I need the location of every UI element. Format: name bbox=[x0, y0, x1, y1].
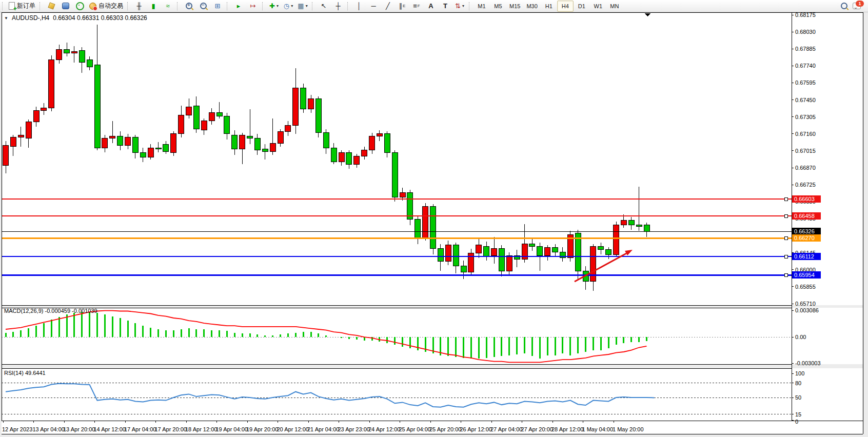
time-tick-label: 28 Apr 12:00 bbox=[551, 426, 583, 432]
price-tick-label: 0.65710 bbox=[795, 301, 816, 307]
time-tick-label: 13 Apr 20:00 bbox=[63, 426, 95, 432]
price-tick-label: 0.68030 bbox=[795, 29, 816, 35]
price-tick-label: 0.67015 bbox=[795, 148, 816, 154]
time-tick-label: 12 Apr 2023 bbox=[2, 426, 32, 432]
price-tick-label: 0.65855 bbox=[795, 284, 816, 290]
time-tick-label: 19 Apr 20:00 bbox=[246, 426, 278, 432]
price-tick-label: 0.67595 bbox=[795, 80, 816, 86]
time-tick-label: 25 Apr 04:00 bbox=[399, 426, 431, 432]
rsi-tick-label: 0 bbox=[795, 419, 798, 425]
line-price-label: 0.66112 bbox=[794, 253, 814, 260]
rsi-tick-label: 50 bbox=[795, 394, 801, 401]
line-handle[interactable] bbox=[784, 197, 787, 201]
time-tick-label: 27 Apr 04:00 bbox=[490, 426, 522, 432]
rsi-tick-label: 80 bbox=[795, 380, 801, 386]
price-tick-label: 0.67305 bbox=[795, 114, 816, 120]
macd-tick-label: 0.00 bbox=[795, 334, 806, 340]
price-tick-label: 0.67885 bbox=[795, 46, 816, 52]
price-tick-label: 0.67450 bbox=[795, 97, 816, 103]
line-handle[interactable] bbox=[784, 255, 787, 258]
macd-tick-label: 0.003086 bbox=[795, 307, 819, 313]
symbol-dropdown-icon[interactable]: ▼ bbox=[4, 16, 8, 21]
macd-tick-label: -0.003003 bbox=[795, 360, 821, 366]
price-tick-label: 0.66725 bbox=[795, 182, 816, 188]
bid-price-label: 0.66326 bbox=[794, 228, 815, 234]
line-price-label: 0.65954 bbox=[794, 272, 815, 278]
line-handle[interactable] bbox=[784, 236, 787, 240]
line-handle[interactable] bbox=[784, 214, 787, 217]
rsi-indicator-label: RSI(14) 49.6441 bbox=[4, 370, 46, 376]
price-tick-label: 0.67160 bbox=[795, 131, 816, 137]
time-tick-label: 27 Apr 20:00 bbox=[521, 426, 553, 432]
price-tick-label: 0.66870 bbox=[795, 165, 816, 171]
time-tick-label: 23 Apr 23:00 bbox=[338, 426, 370, 432]
rsi-tick-label: 100 bbox=[795, 370, 804, 376]
time-tick-label: 19 Apr 04:00 bbox=[216, 426, 248, 432]
chart-symbol-period: AUDUSD-,H4 bbox=[12, 14, 49, 22]
time-tick-label: 25 Apr 20:00 bbox=[429, 426, 461, 432]
time-tick-label: 18 Apr 12:00 bbox=[185, 426, 217, 432]
time-tick-label: 1 May 04:00 bbox=[582, 426, 614, 432]
chart-title: ▼ AUDUSD-,H4 0.66304 0.66331 0.66303 0.6… bbox=[4, 14, 147, 22]
time-tick-label: 21 Apr 04:00 bbox=[307, 426, 339, 432]
chart-ohlc-quotes: 0.66304 0.66331 0.66303 0.66326 bbox=[53, 14, 147, 22]
line-price-label: 0.66270 bbox=[794, 235, 815, 241]
time-tick-label: 17 Apr 04:00 bbox=[124, 426, 156, 432]
time-tick-label: 20 Apr 12:00 bbox=[277, 426, 309, 432]
rsi-tick-label: 15 bbox=[795, 411, 801, 418]
price-tick-label: 0.67740 bbox=[795, 63, 816, 69]
time-tick-label: 24 Apr 12:00 bbox=[368, 426, 400, 432]
time-tick-label: 14 Apr 12:00 bbox=[94, 426, 126, 432]
price-tick-label: 0.68175 bbox=[795, 12, 816, 18]
time-tick-label: 26 Apr 12:00 bbox=[460, 426, 492, 432]
chart-canvas: 0.681750.680300.678850.677400.675950.674… bbox=[0, 0, 868, 437]
mt4-window: 新订单自动交易╫▮≈⊞▸↦✚▾◷▾▦▾↖┼│─╱∥E≡FAT⇅▾M1M5M15M… bbox=[0, 0, 868, 437]
line-handle[interactable] bbox=[784, 273, 787, 276]
macd-indicator-label: MACD(12,26,9) -0.000459 -0.001039 bbox=[4, 308, 97, 314]
time-tick-label: 1 May 20:00 bbox=[613, 426, 644, 432]
line-price-label: 0.66458 bbox=[794, 213, 815, 219]
time-tick-label: 17 Apr 20:00 bbox=[155, 426, 187, 432]
time-tick-label: 13 Apr 04:00 bbox=[33, 426, 65, 432]
line-price-label: 0.66603 bbox=[794, 196, 815, 202]
